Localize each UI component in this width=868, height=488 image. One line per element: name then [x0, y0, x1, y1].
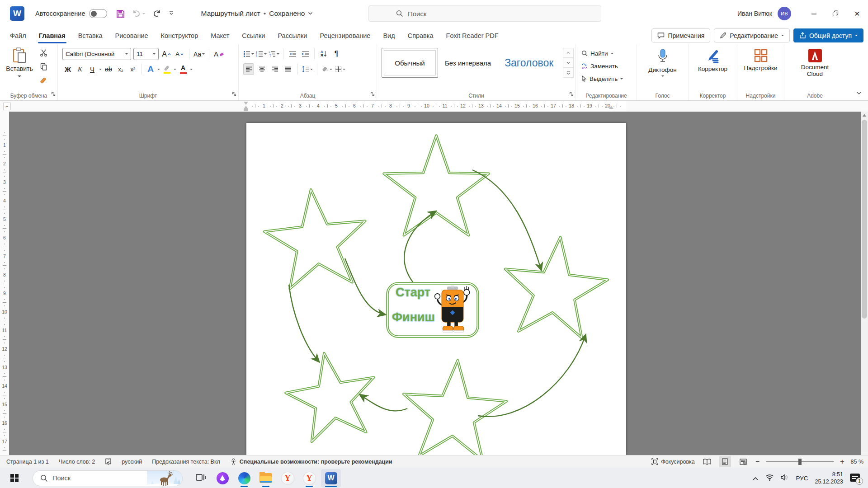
justify-button[interactable] — [283, 63, 293, 75]
bold-button[interactable]: Ж — [62, 63, 73, 75]
connector-arrow-2[interactable] — [472, 170, 541, 270]
grow-font-button[interactable]: A — [161, 48, 172, 60]
read-mode-button[interactable] — [701, 456, 713, 467]
align-right-button[interactable] — [269, 63, 280, 75]
web-layout-button[interactable] — [737, 456, 749, 467]
start-label[interactable]: Старт — [396, 286, 430, 300]
language-indicator[interactable]: русский — [122, 459, 142, 465]
start-button[interactable] — [6, 470, 23, 486]
user-name[interactable]: Иван Витюк — [737, 10, 772, 17]
replace-button[interactable]: bc Заменить — [581, 60, 623, 72]
tray-chevron-up-icon[interactable] — [752, 474, 759, 483]
text-predictions[interactable]: Предсказания текста: Вкл — [152, 459, 220, 465]
tab-insert[interactable]: Вставка — [72, 28, 109, 44]
styles-dialog-launcher[interactable] — [569, 90, 574, 98]
borders-button[interactable] — [335, 63, 345, 75]
first-line-indent-marker[interactable] — [244, 102, 248, 105]
clipboard-dialog-launcher[interactable] — [51, 90, 56, 98]
language-switcher[interactable]: РУС — [796, 475, 808, 482]
taskbar-yandex-browser-2[interactable]: Y — [299, 469, 319, 488]
left-indent-marker[interactable] — [244, 109, 248, 111]
taskbar-alice[interactable] — [212, 469, 232, 488]
find-button[interactable]: Найти — [581, 47, 623, 59]
comments-button[interactable]: Примечания — [651, 28, 710, 42]
scroll-up-arrow[interactable] — [863, 114, 866, 117]
tab-home[interactable]: Главная — [33, 28, 72, 44]
taskbar-task-view[interactable] — [191, 469, 211, 488]
shrink-font-button[interactable]: A — [174, 48, 185, 60]
save-icon[interactable] — [116, 9, 125, 18]
qat-customize-icon[interactable] — [169, 11, 174, 16]
finish-label[interactable]: Финиш — [392, 310, 435, 324]
horizontal-ruler[interactable]: 1234567891011121314151617181920 — [246, 101, 626, 112]
volume-icon[interactable] — [781, 474, 789, 483]
connector-arrow-5[interactable] — [360, 395, 407, 411]
tab-design[interactable]: Конструктор — [155, 28, 205, 44]
editor-button[interactable]: Корректор — [689, 44, 737, 100]
battery-character[interactable] — [433, 286, 472, 334]
taskbar-search-input[interactable] — [52, 474, 134, 482]
taskbar-search-box[interactable] — [33, 470, 183, 486]
autosave-toggle[interactable] — [89, 9, 107, 18]
sort-button[interactable]: АЯ — [318, 48, 329, 60]
change-case-button[interactable]: Aa — [193, 48, 205, 60]
superscript-button[interactable]: x² — [127, 63, 138, 75]
accessibility-status[interactable]: Специальные возможности: проверьте реком… — [230, 458, 392, 465]
document-cloud-button[interactable]: Document Cloud — [784, 44, 845, 100]
styles-scroll-up[interactable] — [563, 48, 574, 58]
zoom-out-button[interactable]: − — [755, 458, 760, 466]
document-page[interactable]: Старт Финиш — [246, 123, 626, 455]
collapse-ribbon-icon[interactable] — [856, 89, 862, 97]
underline-caret[interactable] — [99, 69, 102, 70]
text-effects-button[interactable]: A — [145, 63, 156, 75]
multilevel-list-button[interactable]: 1ai — [269, 48, 279, 60]
highlight-button[interactable] — [161, 63, 172, 75]
zoom-level[interactable]: 85 % — [851, 459, 864, 465]
avatar[interactable]: ИВ — [778, 7, 791, 20]
copy-icon[interactable] — [40, 63, 47, 72]
taskbar-word[interactable]: W — [321, 469, 341, 488]
wifi-icon[interactable] — [765, 474, 774, 483]
styles-scroll-down[interactable] — [563, 58, 574, 68]
line-spacing-button[interactable] — [302, 63, 313, 75]
underline-button[interactable]: Ч — [87, 63, 98, 75]
styles-more[interactable] — [563, 68, 574, 78]
font-family-select[interactable]: Calibri (Основной — [62, 48, 131, 60]
notification-center[interactable]: 1 — [850, 474, 862, 483]
tab-view[interactable]: Вид — [377, 28, 401, 44]
format-painter-icon[interactable] — [40, 77, 47, 86]
tab-review[interactable]: Рецензирование — [313, 28, 377, 44]
vertical-ruler[interactable]: 1234567891011121314151617 — [0, 112, 9, 455]
share-button[interactable]: Общий доступ — [793, 28, 863, 42]
zoom-slider[interactable] — [766, 461, 834, 462]
increase-indent-button[interactable] — [300, 48, 311, 60]
strikethrough-button[interactable]: ab — [103, 63, 114, 75]
numbering-button[interactable]: 123 — [256, 48, 267, 60]
clock[interactable]: 8:51 25.12.2023 — [815, 471, 843, 485]
minimize-button[interactable] — [803, 0, 825, 27]
paragraph-dialog-launcher[interactable] — [370, 90, 375, 98]
tab-stop-selector[interactable]: ⌐ — [3, 103, 11, 110]
dictate-button[interactable]: Диктофон — [637, 44, 688, 100]
star-shape-4[interactable] — [286, 353, 374, 442]
tab-mailings[interactable]: Рассылки — [271, 28, 313, 44]
connector-arrow-3[interactable] — [345, 258, 385, 314]
tab-references[interactable]: Ссылки — [236, 28, 271, 44]
align-left-button[interactable] — [243, 63, 254, 75]
taskbar-explorer[interactable] — [256, 469, 276, 488]
addins-button[interactable]: Надстройки — [737, 44, 784, 100]
vertical-scrollbar[interactable] — [861, 112, 868, 455]
font-color-button[interactable]: A — [178, 63, 189, 75]
font-size-select[interactable]: 11 — [133, 48, 159, 60]
restore-button[interactable] — [825, 0, 846, 27]
show-marks-button[interactable]: ¶ — [331, 48, 342, 60]
focus-mode-button[interactable]: Фокусировка — [651, 458, 695, 465]
taskbar-edge[interactable] — [234, 469, 254, 488]
connector-arrow-4[interactable] — [289, 285, 319, 361]
clear-formatting-button[interactable]: A — [213, 48, 224, 60]
italic-button[interactable]: К — [75, 63, 85, 75]
style-normal[interactable]: Обычный — [382, 48, 438, 78]
close-button[interactable]: × — [846, 0, 868, 27]
proofing-icon[interactable] — [105, 458, 112, 465]
document-title-area[interactable]: Маршрутный лист • Сохранено — [201, 9, 313, 18]
